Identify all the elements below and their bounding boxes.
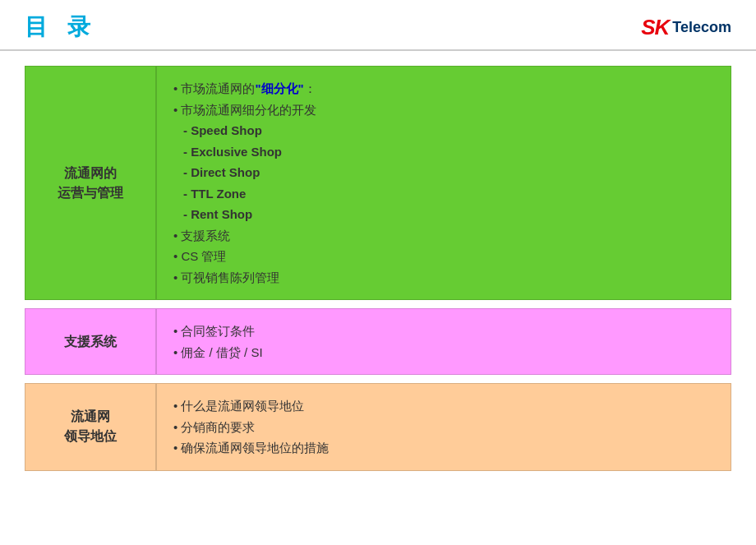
indent-item: - Speed Shop [173,120,714,141]
telecom-text: Telecom [672,19,731,36]
row2-right-cell: • 合同签订条件 • 佣金 / 借贷 / SI [156,308,731,375]
bullet-item: • 合同签订条件 [173,321,714,342]
indent-item: - Direct Shop [173,162,714,183]
table-row: 流通网的运营与管理 • 市场流通网的"细分化"： • 市场流通网细分化的开发 -… [25,66,731,300]
row2-left-cell: 支援系统 [25,308,156,375]
bullet-item: • 什么是流通网领导地位 [173,395,714,417]
indent-item: - TTL Zone [173,183,714,205]
main-content: 流通网的运营与管理 • 市场流通网的"细分化"： • 市场流通网细分化的开发 -… [0,51,756,486]
bullet-item: • 佣金 / 借贷 / SI [173,342,714,363]
bullet-item: • 支援系统 [173,225,714,247]
row1-right-cell: • 市场流通网的"细分化"： • 市场流通网细分化的开发 - Speed Sho… [156,66,731,300]
table-row: 支援系统 • 合同签订条件 • 佣金 / 借贷 / SI [25,308,731,375]
table-row: 流通网领导地位 • 什么是流通网领导地位 • 分销商的要求 • 确保流通网领导地… [25,383,731,471]
bullet-item: • 市场流通网的"细分化"： [173,78,714,99]
page-title: 目 录 [25,12,97,43]
highlight-text: "细分化" [255,81,303,95]
header: 目 录 SK Telecom [0,0,756,51]
indent-item: - Rent Shop [173,204,714,225]
row3-right-cell: • 什么是流通网领导地位 • 分销商的要求 • 确保流通网领导地位的措施 [156,383,731,471]
row3-left-cell: 流通网领导地位 [25,383,156,471]
indent-item: - Exclusive Shop [173,141,714,163]
row1-left-cell: 流通网的运营与管理 [25,66,156,300]
bullet-item: • 可视销售陈列管理 [173,267,714,289]
bullet-item: • 市场流通网细分化的开发 [173,99,714,121]
bullet-item: • CS 管理 [173,246,714,267]
bullet-item: • 分销商的要求 [173,417,714,438]
page-container: 目 录 SK Telecom 流通网的运营与管理 • 市场流通网的"细分化"： … [0,0,756,545]
sk-logo: SK Telecom [641,15,731,40]
bullet-item: • 确保流通网领导地位的措施 [173,437,714,459]
sk-brand-text: SK [641,15,669,40]
